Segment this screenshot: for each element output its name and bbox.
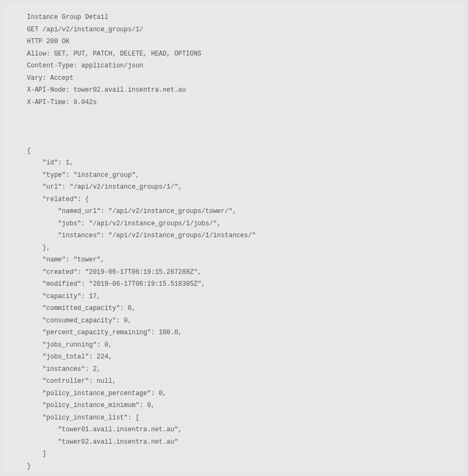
json-line: "id": 1, [27,159,73,167]
json-line: "instances": "/api/v2/instance_groups/1/… [27,232,256,239]
status-line: HTTP 200 OK [27,38,69,45]
json-line: "committed_capacity": 0, [27,305,136,312]
response-container: Instance Group Detail GET /api/v2/instan… [0,0,468,476]
request-line: GET /api/v2/instance_groups/1/ [27,26,143,33]
json-line: "created": "2019-06-17T06:19:15.267288Z"… [27,268,201,276]
json-line: "controller": null, [27,377,116,385]
json-line: "consumed_capacity": 0, [27,317,131,325]
response-title: Instance Group Detail [27,13,108,21]
json-line: "name": "tower", [27,256,104,264]
content-type-header: Content-Type: application/json [27,62,143,70]
json-line: "jobs_total": 224, [27,353,112,361]
json-line: "policy_instance_minimum": 0, [27,402,155,409]
json-line: "percent_capacity_remaining": 100.0, [27,329,182,336]
json-line: ] [27,450,46,458]
json-line: "instances": 2, [27,365,101,373]
api-time-header: X-API-Time: 0.042s [27,99,97,106]
api-node-header: X-API-Node: tower02.avail.insentra.net.a… [27,86,186,94]
vary-header: Vary: Accept [27,74,73,82]
json-line: "jobs": "/api/v2/instance_groups/1/jobs/… [27,220,221,227]
json-line: }, [27,244,50,252]
json-line: "modified": "2019-06-17T06:19:15.518305Z… [27,280,205,288]
json-line: "tower01.avail.insentra.net.au", [27,426,182,433]
json-line: "url": "/api/v2/instance_groups/1/", [27,183,182,191]
json-line: "named_url": "/api/v2/instance_groups/to… [27,208,236,215]
json-line: "related": { [27,196,89,203]
allow-header: Allow: GET, PUT, PATCH, DELETE, HEAD, OP… [27,50,201,58]
json-open-brace: { [27,147,31,155]
api-response-block: Instance Group Detail GET /api/v2/instan… [1,1,467,475]
json-line: "capacity": 17, [27,293,101,300]
json-line: "tower02.avail.insentra.net.au" [27,438,178,446]
json-close-brace: } [27,463,31,470]
json-line: "policy_instance_list": [ [27,414,139,422]
json-line: "type": "instance_group", [27,171,139,179]
json-line: "policy_instance_percentage": 0, [27,390,166,397]
json-line: "jobs_running": 0, [27,341,112,349]
